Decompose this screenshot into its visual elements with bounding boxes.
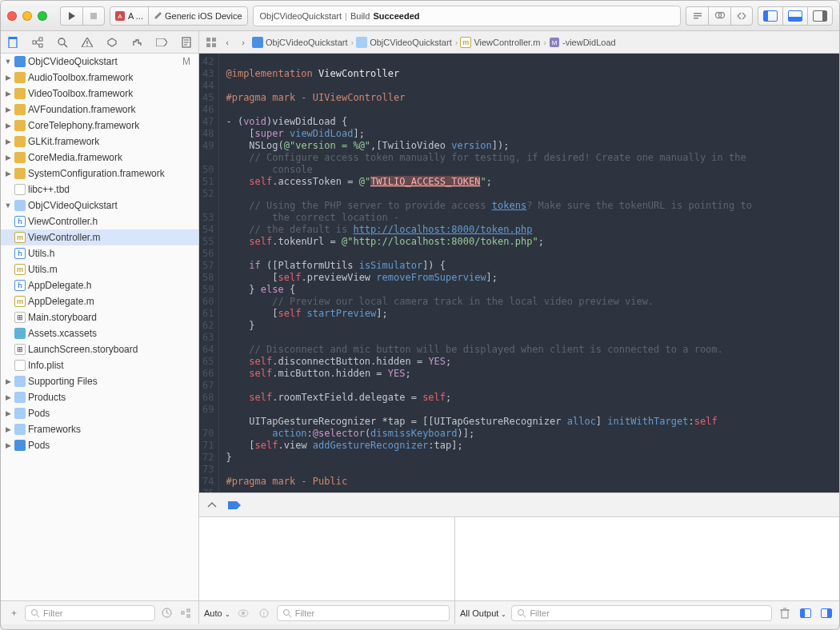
tree-row[interactable]: ▶ AudioToolbox.framework — [1, 70, 198, 86]
file-icon — [14, 136, 26, 147]
run-button[interactable] — [60, 6, 82, 26]
project-navigator[interactable]: ▼ ObjCVideoQuickstartM ▶ AudioToolbox.fr… — [1, 54, 199, 600]
show-console-icon[interactable] — [818, 605, 834, 621]
trash-icon[interactable] — [777, 605, 793, 621]
tree-row[interactable]: m AppDelegate.m — [1, 293, 198, 309]
svg-rect-1 — [90, 13, 97, 19]
minimize-icon[interactable] — [22, 11, 32, 21]
file-name: libc++.tbd — [28, 184, 70, 195]
version-editor-button[interactable] — [730, 6, 753, 26]
tree-row[interactable]: ▶ CoreTelephony.framework — [1, 118, 198, 134]
svg-rect-36 — [187, 609, 190, 612]
file-icon — [14, 152, 26, 163]
navigator-filter-bar: ＋ Filter — [1, 601, 199, 624]
tree-row[interactable]: ⊞ Main.storyboard — [1, 309, 198, 325]
file-icon — [14, 72, 26, 83]
issue-navigator-icon[interactable] — [80, 35, 94, 50]
standard-editor-button[interactable] — [686, 6, 708, 26]
tree-row[interactable]: ▶ SystemConfiguration.framework — [1, 165, 198, 181]
svg-rect-4 — [694, 13, 702, 14]
stop-button[interactable] — [82, 6, 105, 26]
tree-row[interactable]: ▼ ▬ ObjCVideoQuickstart — [1, 197, 198, 213]
svg-rect-27 — [206, 43, 210, 47]
file-name: ViewController.m — [28, 232, 100, 243]
hide-debug-button[interactable] — [204, 497, 220, 513]
svg-point-39 — [242, 612, 245, 615]
folder-icon: ▬ — [356, 37, 367, 48]
svg-rect-10 — [9, 37, 17, 39]
file-icon — [14, 360, 26, 371]
file-name: AudioToolbox.framework — [28, 72, 133, 83]
svg-marker-0 — [69, 12, 75, 20]
forward-button[interactable]: › — [236, 35, 250, 50]
svg-line-15 — [64, 44, 67, 47]
scope-selector[interactable]: Auto ⌄ — [204, 608, 230, 618]
scm-filter-icon[interactable] — [178, 605, 194, 621]
close-icon[interactable] — [7, 11, 17, 21]
back-button[interactable]: ‹ — [220, 35, 234, 50]
project-navigator-icon[interactable] — [6, 35, 20, 50]
tree-row[interactable]: ▶ AVFoundation.framework — [1, 102, 198, 118]
tree-row[interactable]: ▶ Pods — [1, 437, 198, 453]
jump-bar[interactable]: ‹ › ObjCVideoQuickstart› ▬ObjCVideoQuick… — [199, 31, 839, 53]
tree-row[interactable]: m ViewController.m — [1, 229, 198, 245]
related-items-icon[interactable] — [204, 35, 218, 50]
scheme-selector[interactable]: A A ... Generic iOS Device — [110, 6, 248, 26]
source-control-navigator-icon[interactable] — [30, 35, 45, 50]
assistant-editor-button[interactable] — [708, 6, 730, 26]
svg-point-44 — [518, 609, 524, 615]
debug-navigator-icon[interactable] — [130, 35, 144, 50]
svg-line-43 — [289, 615, 291, 617]
tree-row[interactable]: libc++.tbd — [1, 181, 198, 197]
find-navigator-icon[interactable] — [55, 35, 70, 50]
file-name: CoreMedia.framework — [28, 152, 122, 163]
variables-view[interactable] — [199, 517, 455, 600]
tree-row[interactable]: m Utils.m — [1, 261, 198, 277]
maximize-icon[interactable] — [38, 11, 47, 21]
tree-row[interactable]: ⊞ LaunchScreen.storyboard — [1, 341, 198, 357]
toggle-debug-area-button[interactable] — [782, 6, 807, 26]
activity-status[interactable]: ObjCVideoQuickstart | Build Succeeded — [253, 6, 681, 26]
source-editor[interactable]: 4243444546474849505152535455565758596061… — [199, 54, 839, 492]
objc-file-icon: m — [460, 37, 471, 48]
line-gutter: 4243444546474849505152535455565758596061… — [199, 54, 219, 492]
tree-row[interactable]: ▶ ▬ Supporting Files — [1, 373, 198, 389]
navigator-filter-input[interactable]: Filter — [25, 605, 155, 621]
output-selector[interactable]: All Output ⌄ — [460, 608, 506, 618]
tree-row[interactable]: ▶ VideoToolbox.framework — [1, 86, 198, 102]
svg-line-45 — [523, 615, 526, 617]
info-icon[interactable]: i — [256, 605, 272, 621]
test-navigator-icon[interactable] — [105, 35, 119, 50]
report-navigator-icon[interactable] — [179, 35, 194, 50]
tree-row[interactable]: h AppDelegate.h — [1, 277, 198, 293]
editor-area: 4243444546474849505152535455565758596061… — [199, 54, 839, 600]
tree-row[interactable]: Assets.xcassets — [1, 325, 198, 341]
toggle-navigator-button[interactable] — [758, 6, 782, 26]
toggle-utilities-button[interactable] — [807, 6, 833, 26]
navigator-selector — [1, 31, 199, 53]
file-icon: ▬ — [14, 376, 26, 387]
code-content[interactable]: @implementation ViewController #pragma m… — [219, 54, 839, 492]
file-icon: ⊞ — [14, 312, 26, 323]
file-icon — [14, 120, 26, 131]
console-filter-input[interactable]: Filter — [511, 605, 772, 621]
tree-row[interactable]: h ViewController.h — [1, 213, 198, 229]
tree-row[interactable]: h Utils.h — [1, 245, 198, 261]
console-view[interactable] — [455, 517, 839, 600]
tree-row[interactable]: ▶ ▬ Products — [1, 389, 198, 405]
tree-row[interactable]: ▶ CoreMedia.framework — [1, 150, 198, 165]
view-icon[interactable] — [235, 605, 251, 621]
breakpoint-navigator-icon[interactable] — [154, 35, 169, 50]
add-button[interactable]: ＋ — [6, 605, 22, 621]
variables-filter-input[interactable]: Filter — [277, 605, 450, 621]
tree-row[interactable]: ▶ GLKit.framework — [1, 134, 198, 150]
show-variables-icon[interactable] — [798, 605, 814, 621]
recent-filter-icon[interactable] — [158, 605, 174, 621]
tree-row[interactable]: ▶ ▬ Pods — [1, 405, 198, 421]
breakpoints-button[interactable] — [226, 497, 242, 513]
svg-rect-12 — [39, 38, 42, 41]
tree-row[interactable]: Info.plist — [1, 357, 198, 373]
tree-row[interactable]: ▼ ObjCVideoQuickstartM — [1, 54, 198, 70]
variables-filter-bar: Auto ⌄ i Filter — [199, 601, 455, 624]
tree-row[interactable]: ▶ ▬ Frameworks — [1, 421, 198, 437]
